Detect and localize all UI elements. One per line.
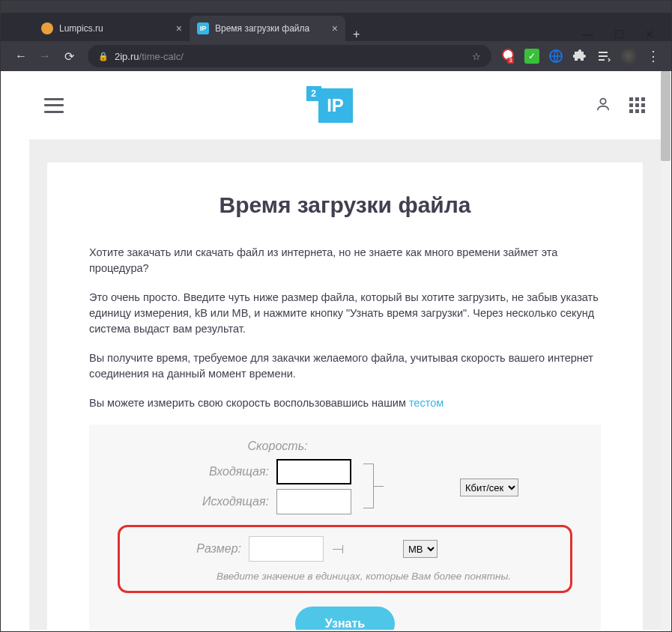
size-label: Размер:: [132, 542, 249, 556]
scrollbar-thumb[interactable]: [661, 71, 671, 161]
forward-button[interactable]: →: [35, 46, 55, 66]
tab-close-icon[interactable]: ×: [332, 22, 338, 34]
site-logo[interactable]: 2 IP: [306, 88, 353, 123]
page-viewport: 2 IP Время загрузки файла Хотите закачат…: [29, 71, 661, 630]
user-icon[interactable]: [595, 96, 611, 115]
bracket-decoration: [333, 549, 343, 550]
minimize-button[interactable]: —: [582, 28, 593, 41]
intro-p2: Это очень просто. Введите чуть ниже разм…: [89, 290, 601, 337]
window-controls: — ☐ ✕: [582, 28, 655, 41]
tab-lumpics[interactable]: Lumpics.ru ×: [34, 16, 190, 41]
check-extension-icon[interactable]: ✓: [524, 49, 539, 64]
reading-list-icon[interactable]: [596, 49, 611, 64]
page-title: Время загрузки файла: [89, 192, 601, 218]
content-card: Время загрузки файла Хотите закачать или…: [47, 162, 643, 630]
calculator-form: Скорость: Входящая: Исходящая: Кбит/сек: [89, 425, 601, 630]
adblock-icon[interactable]: 3: [500, 49, 515, 64]
apps-grid-icon[interactable]: [629, 97, 646, 114]
speed-rows: Входящая: Исходящая: Кбит/сек: [127, 459, 563, 514]
logo-main: IP: [318, 88, 353, 123]
favicon-lumpics: [41, 22, 53, 34]
svg-point-4: [600, 98, 605, 103]
back-button[interactable]: ←: [11, 46, 31, 66]
titlebar: [1, 1, 671, 13]
hamburger-menu[interactable]: [44, 98, 64, 113]
logo-badge: 2: [306, 86, 321, 101]
submit-button[interactable]: Узнать: [295, 607, 395, 630]
size-hint: Введите значение в единицах, которые Вам…: [132, 571, 558, 582]
url-domain: 2ip.ru: [115, 51, 139, 62]
outgoing-input[interactable]: [276, 489, 351, 514]
site-header: 2 IP: [29, 71, 661, 140]
extensions-icon[interactable]: [572, 49, 587, 64]
intro-p1: Хотите закачать или скачать файл из инте…: [89, 245, 601, 276]
close-button[interactable]: ✕: [645, 28, 655, 41]
intro-p4: Вы можете измерить свою скорость восполь…: [89, 395, 601, 411]
size-highlight-box: Размер: MB Введите значение в единицах, …: [118, 525, 572, 593]
intro-p3: Вы получите время, требуемое для закачки…: [89, 350, 601, 382]
bookmark-star-icon[interactable]: ☆: [472, 51, 481, 62]
svg-text:3: 3: [509, 57, 512, 64]
lock-icon: 🔒: [98, 52, 109, 61]
incoming-input[interactable]: [276, 459, 351, 484]
bracket-decoration: [363, 464, 374, 508]
tab-title: Lumpics.ru: [59, 23, 103, 34]
vertical-scrollbar[interactable]: [661, 71, 671, 631]
outgoing-label: Исходящая:: [127, 495, 276, 508]
speed-test-link[interactable]: тестом: [409, 397, 444, 409]
extensions: 3 ✓ ⋮: [500, 48, 661, 64]
tab-2ip[interactable]: IP Время загрузки файла ×: [190, 16, 345, 41]
globe-extension-icon[interactable]: [548, 49, 563, 64]
reload-button[interactable]: ⟳: [59, 46, 79, 66]
maximize-button[interactable]: ☐: [614, 28, 624, 41]
page-content: Время загрузки файла Хотите закачать или…: [29, 140, 661, 630]
url-path: /time-calc/: [139, 51, 184, 62]
menu-dots-icon[interactable]: ⋮: [646, 49, 661, 64]
tab-close-icon[interactable]: ×: [176, 22, 182, 34]
new-tab-button[interactable]: +: [345, 28, 367, 41]
speed-unit-select[interactable]: Кбит/сек: [460, 478, 518, 496]
size-input[interactable]: [249, 536, 324, 562]
tab-title: Время загрузки файла: [215, 23, 309, 34]
toolbar: ← → ⟳ 🔒 2ip.ru/time-calc/ ☆ 3 ✓ ⋮: [1, 41, 671, 71]
tabbar: Lumpics.ru × IP Время загрузки файла × +: [1, 13, 671, 41]
favicon-2ip: IP: [197, 22, 209, 34]
profile-avatar[interactable]: [620, 48, 637, 64]
address-bar[interactable]: 🔒 2ip.ru/time-calc/ ☆: [88, 45, 491, 67]
incoming-label: Входящая:: [127, 465, 276, 478]
speed-heading: Скорость:: [29, 440, 563, 453]
size-unit-select[interactable]: MB: [403, 540, 438, 558]
